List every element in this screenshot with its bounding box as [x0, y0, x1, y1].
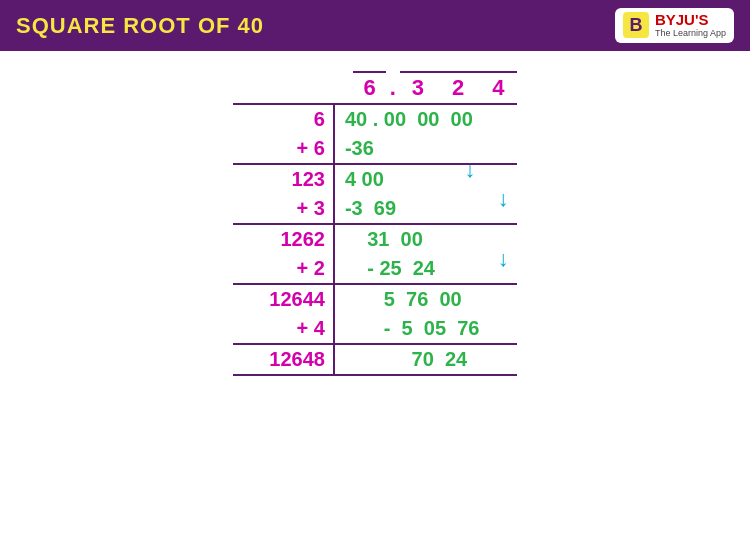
logo: B BYJU'S The Learning App [615, 8, 734, 42]
result-row: 6 . 3 2 4 [233, 71, 516, 101]
table-row: + 3 -3 69 [233, 194, 516, 224]
page-title: SQUARE ROOT OF 40 [16, 13, 264, 39]
table-row: 12648 70 24 [233, 344, 516, 375]
arrow-cell: ↓ [450, 134, 490, 164]
arrow-down-3: ↓ [498, 246, 509, 272]
spacer [490, 134, 517, 164]
right-cell: 40 . 00 00 00 [334, 104, 517, 134]
result-digit-6: 6 [353, 71, 385, 101]
right-cell: - 25 24 [334, 254, 490, 284]
table-row: + 6 -36 ↓ [233, 134, 516, 164]
table-row: + 4 - 5 05 76 [233, 314, 516, 344]
left-cell: 123 [233, 164, 334, 194]
result-digits: 6 . 3 2 4 [353, 71, 516, 101]
result-digit-2: 2 [436, 71, 476, 101]
logo-b-icon: B [623, 12, 649, 38]
logo-tagline: The Learning App [655, 29, 726, 39]
right-cell: -36 [334, 134, 450, 164]
right-cell: 4 00 [334, 164, 450, 194]
arrow-cell2: ↓ [490, 164, 517, 194]
table-row: + 2 - 25 24 [233, 254, 516, 284]
left-cell: 6 [233, 104, 334, 134]
left-cell: 12644 [233, 284, 334, 314]
left-cell: + 6 [233, 134, 334, 164]
right-cell: -3 69 [334, 194, 450, 224]
calculation-layout: 6 . 3 2 4 6 40 . 00 00 00 + 6 -36 [233, 71, 516, 376]
table-row: 12644 5 76 00 [233, 284, 516, 314]
right-cell: 5 76 00 [334, 284, 517, 314]
calculation-table: 6 40 . 00 00 00 + 6 -36 ↓ 123 4 00 [233, 103, 516, 376]
arrow-down-2: ↓ [498, 186, 509, 212]
table-row: 1262 31 00 ↓ [233, 224, 516, 254]
arrow-cell3: ↓ [490, 224, 517, 254]
right-cell: - 5 05 76 [334, 314, 517, 344]
logo-text: BYJU'S The Learning App [655, 12, 726, 38]
left-cell: + 2 [233, 254, 334, 284]
left-cell: + 3 [233, 194, 334, 224]
table-row: 6 40 . 00 00 00 [233, 104, 516, 134]
right-cell: 70 24 [334, 344, 517, 375]
right-cell: 31 00 [334, 224, 490, 254]
left-cell: 1262 [233, 224, 334, 254]
logo-name: BYJU'S [655, 12, 726, 29]
header: SQUARE ROOT OF 40 B BYJU'S The Learning … [0, 0, 750, 51]
result-dot: . [386, 73, 400, 101]
spacer [450, 194, 490, 224]
left-cell: 12648 [233, 344, 334, 375]
result-digit-4: 4 [476, 71, 516, 101]
result-digit-3: 3 [400, 71, 436, 101]
arrow-down-1: ↓ [465, 159, 476, 181]
left-cell: + 4 [233, 314, 334, 344]
main-content: 6 . 3 2 4 6 40 . 00 00 00 + 6 -36 [0, 51, 750, 546]
